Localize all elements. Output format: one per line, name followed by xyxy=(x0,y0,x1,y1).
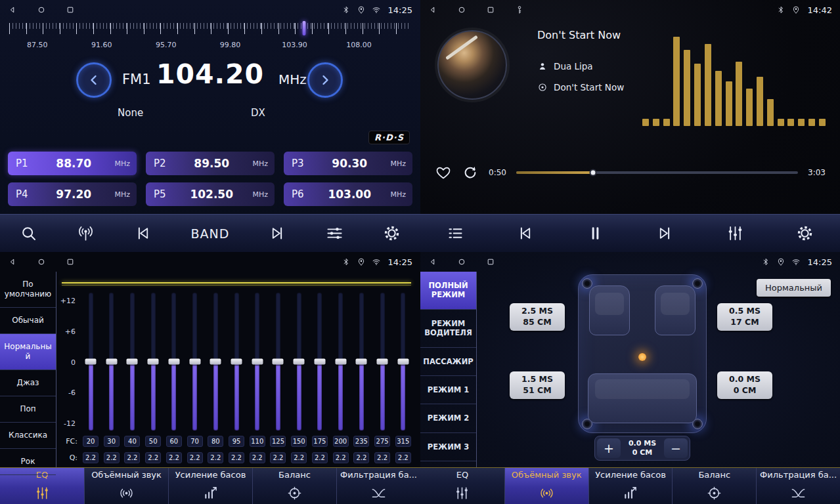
preset-p3[interactable]: P3 90.30 MHz xyxy=(284,152,412,175)
eq-slider-handle[interactable] xyxy=(210,359,221,365)
tuner-scale-ticks[interactable] xyxy=(9,23,411,35)
tuner-sliders-icon[interactable] xyxy=(326,224,343,242)
eq-band-slider[interactable] xyxy=(395,293,411,430)
band-button[interactable]: BAND xyxy=(191,226,230,241)
preset-p1[interactable]: P1 88.70 MHz xyxy=(8,152,137,175)
tab-surround[interactable]: Объёмный звук xyxy=(84,468,168,504)
eq-band-slider[interactable] xyxy=(333,293,349,430)
mode-1[interactable]: РЕЖИМ 1 xyxy=(420,376,476,404)
eq-slider-handle[interactable] xyxy=(127,359,138,365)
tab-filter[interactable]: Фильтрация ба... xyxy=(756,468,840,504)
home-icon[interactable] xyxy=(457,5,466,14)
back-icon[interactable] xyxy=(428,5,437,14)
eq-slider-handle[interactable] xyxy=(85,359,97,365)
mode-driver[interactable]: РЕЖИМ ВОДИТЕЛЯ xyxy=(420,310,476,348)
eq-band-slider[interactable] xyxy=(250,293,265,430)
eq-band-slider[interactable] xyxy=(83,293,99,430)
mode-2[interactable]: РЕЖИМ 2 xyxy=(420,404,476,432)
eq-slider-handle[interactable] xyxy=(189,359,200,365)
preset-p2[interactable]: P2 89.50 MHz xyxy=(146,152,275,175)
tab-eq[interactable]: EQ xyxy=(420,468,504,504)
eq-preset-pop[interactable]: Поп xyxy=(0,396,56,423)
delay-increase-button[interactable]: + xyxy=(597,438,621,458)
back-icon[interactable] xyxy=(428,257,437,266)
eq-band-slider[interactable] xyxy=(353,293,369,430)
eq-band-slider[interactable] xyxy=(291,293,307,430)
mixer-faders-icon[interactable] xyxy=(726,224,744,242)
delay-rear-left-button[interactable]: 1.5 MS 51 CM xyxy=(510,371,565,399)
eq-slider-handle[interactable] xyxy=(252,359,263,365)
eq-preset-rock[interactable]: Рок xyxy=(0,449,56,475)
eq-band-slider[interactable] xyxy=(145,293,161,430)
progress-knob[interactable] xyxy=(590,169,597,177)
recents-icon[interactable] xyxy=(486,5,495,14)
eq-band-slider[interactable] xyxy=(124,293,140,430)
eq-band-slider[interactable] xyxy=(270,293,286,430)
eq-slider-handle[interactable] xyxy=(148,359,159,365)
eq-band-slider[interactable] xyxy=(166,293,182,430)
home-icon[interactable] xyxy=(37,257,46,266)
progress-bar[interactable] xyxy=(516,171,798,174)
tuner-scale[interactable]: 87.50 91.60 95.70 99.80 103.90 108.00 xyxy=(9,23,411,56)
eq-slider-handle[interactable] xyxy=(231,359,242,365)
previous-track-icon[interactable] xyxy=(516,224,534,242)
preset-p4[interactable]: P4 97.20 MHz xyxy=(8,182,137,206)
preset-p5[interactable]: P5 102.50 MHz xyxy=(146,182,275,206)
search-icon[interactable] xyxy=(20,224,37,242)
preset-p6[interactable]: P6 103.00 MHz xyxy=(284,182,412,206)
mode-full[interactable]: ПОЛНЫЙ РЕЖИМ xyxy=(420,272,476,310)
playlist-icon[interactable] xyxy=(447,224,464,242)
delay-front-left-button[interactable]: 2.5 MS 85 CM xyxy=(510,303,565,331)
eq-slider-handle[interactable] xyxy=(397,359,409,365)
tab-balance[interactable]: Баланс xyxy=(672,468,756,504)
tab-filter[interactable]: Фильтрация ба... xyxy=(336,468,420,504)
mode-3[interactable]: РЕЖИМ 3 xyxy=(420,433,476,461)
favorite-heart-icon[interactable] xyxy=(435,164,452,181)
settings-gear-icon[interactable] xyxy=(796,224,814,242)
home-icon[interactable] xyxy=(457,257,466,266)
eq-slider-handle[interactable] xyxy=(335,359,346,365)
recents-icon[interactable] xyxy=(66,5,75,14)
next-track-icon[interactable] xyxy=(269,224,286,242)
eq-band-slider[interactable] xyxy=(208,293,223,430)
listening-position-dot[interactable] xyxy=(638,353,646,361)
eq-band-slider[interactable] xyxy=(229,293,244,430)
recents-icon[interactable] xyxy=(486,257,495,266)
previous-track-icon[interactable] xyxy=(134,224,152,242)
tune-down-button[interactable] xyxy=(76,62,112,98)
eq-band-slider[interactable] xyxy=(312,293,328,430)
tab-balance[interactable]: Баланс xyxy=(252,468,336,504)
pause-icon[interactable] xyxy=(586,224,604,242)
surround-preset-button[interactable]: Нормальный xyxy=(757,279,831,297)
eq-slider-handle[interactable] xyxy=(314,359,325,365)
eq-preset-normal[interactable]: Нормальный xyxy=(0,334,56,370)
eq-preset-custom[interactable]: Обычай xyxy=(0,308,56,334)
eq-preset-classic[interactable]: Классика xyxy=(0,423,56,449)
eq-preset-default[interactable]: По умолчанию xyxy=(0,272,56,308)
tab-bass-boost[interactable]: Усиление басов xyxy=(588,468,673,504)
next-track-icon[interactable] xyxy=(656,224,674,242)
tab-surround[interactable]: Объёмный звук xyxy=(504,468,588,504)
eq-band-slider[interactable] xyxy=(187,293,203,430)
delay-rear-right-button[interactable]: 0.0 MS 0 CM xyxy=(717,371,772,399)
eq-band-slider[interactable] xyxy=(104,293,120,430)
mode-passenger[interactable]: ПАССАЖИР xyxy=(420,348,476,376)
delay-front-right-button[interactable]: 0.5 MS 17 CM xyxy=(717,303,772,331)
eq-slider-handle[interactable] xyxy=(377,359,388,365)
delay-decrease-button[interactable]: − xyxy=(664,438,688,458)
tuner-indicator[interactable] xyxy=(303,21,306,35)
eq-band-slider[interactable] xyxy=(374,293,390,430)
eq-slider-handle[interactable] xyxy=(168,359,179,365)
eq-slider-handle[interactable] xyxy=(294,359,305,365)
recents-icon[interactable] xyxy=(66,257,75,266)
tune-up-button[interactable] xyxy=(307,62,343,98)
repeat-icon[interactable] xyxy=(462,164,479,181)
back-icon[interactable] xyxy=(8,257,17,266)
home-icon[interactable] xyxy=(37,5,46,14)
eq-slider-handle[interactable] xyxy=(273,359,284,365)
eq-slider-handle[interactable] xyxy=(106,359,117,365)
eq-preset-jazz[interactable]: Джаз xyxy=(0,370,56,396)
tab-bass-boost[interactable]: Усиление басов xyxy=(168,468,252,504)
broadcast-scan-icon[interactable] xyxy=(77,224,95,242)
eq-slider-handle[interactable] xyxy=(356,359,367,365)
